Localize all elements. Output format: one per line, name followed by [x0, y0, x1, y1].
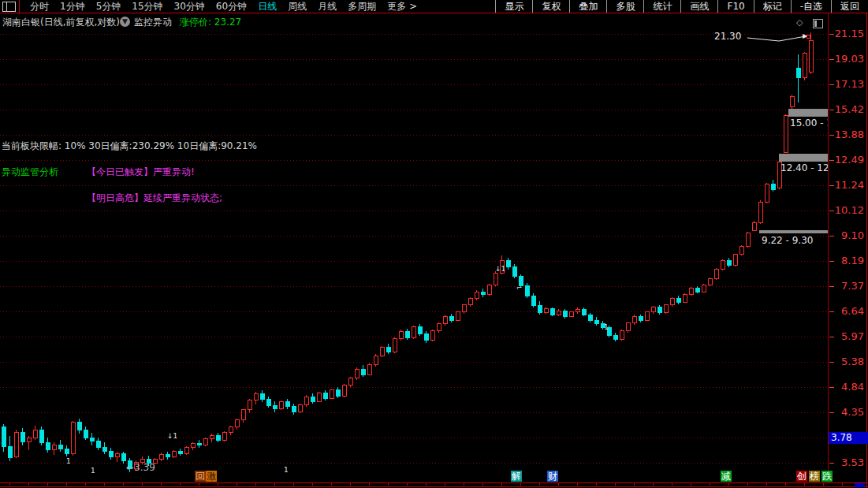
toolbar-button-多股[interactable]: 多股: [606, 0, 643, 13]
price-tick-10.12: 10.12: [829, 204, 864, 216]
price-tick-13.88: 13.88: [829, 129, 864, 140]
tab-多周期[interactable]: 多周期: [342, 0, 382, 13]
diamond-icon[interactable]: ◇: [796, 17, 803, 28]
price-tick-9.10: 9.10: [829, 229, 864, 241]
price-tick-12.49: 12.49: [829, 154, 864, 166]
period-menu: 分时1分钟5分钟15分钟30分钟60分钟日线周线月线多周期更多 >: [24, 0, 423, 13]
high-price-label: 21.30: [714, 31, 741, 42]
toolbar-button-统计[interactable]: 统计: [643, 0, 680, 13]
tab-日线[interactable]: 日线: [252, 0, 282, 13]
tab-周线[interactable]: 周线: [282, 0, 312, 13]
toolbar-divider: [19, 0, 20, 13]
alert-tomorrow: 【明日高危】延续严重异动状态;: [87, 192, 222, 205]
price-tick-17.13: 17.13: [829, 78, 864, 90]
toolbar-button-返回[interactable]: 返回: [831, 0, 868, 13]
analysis-title: 异动监管分析: [2, 166, 58, 179]
price-tick-8.19: 8.19: [829, 255, 864, 266]
board-limit-info: 当前板块限幅: 10% 30日偏离:230.29% 10日偏离:90.21%: [2, 140, 257, 153]
price-tick-21.15: 21.15: [829, 28, 864, 39]
top-toolbar: 分时1分钟5分钟15分钟30分钟60分钟日线周线月线多周期更多 > 显示复权叠加…: [0, 0, 868, 13]
alert-today: 【今日已触发】严重异动!: [87, 166, 195, 179]
toolbar-button--自选[interactable]: -自选: [791, 0, 831, 13]
toolbar-button-叠加[interactable]: 叠加: [569, 0, 606, 13]
event-badge-财[interactable]: 财: [547, 471, 558, 482]
signal-marker-1: 1: [91, 467, 95, 475]
price-tick-5.97: 5.97: [829, 330, 864, 342]
tab-30分钟[interactable]: 30分钟: [169, 0, 210, 13]
highlighted-price-tick: 3.78: [829, 432, 868, 444]
event-badge-减[interactable]: 减: [721, 471, 732, 482]
price-tick-4.84: 4.84: [829, 381, 864, 393]
tab-1分钟[interactable]: 1分钟: [54, 0, 91, 13]
trading-app-window: { "toolbar": { "menu_items": ["分时","1分钟"…: [0, 0, 868, 488]
toolbar-button-复权[interactable]: 复权: [532, 0, 569, 13]
signal-marker-6: 1: [604, 323, 609, 331]
signal-marker-4: ↓1: [495, 265, 505, 273]
event-badge-解[interactable]: 解: [511, 471, 522, 482]
price-tick-6.64: 6.64: [829, 305, 864, 317]
price-tick-7.37: 7.37: [829, 280, 864, 292]
toolbar-button-标记[interactable]: 标记: [754, 0, 791, 13]
toolbar-button-F10[interactable]: F10: [717, 0, 753, 13]
signal-marker-2: ↓1: [167, 432, 177, 440]
tab-分时[interactable]: 分时: [24, 0, 54, 13]
window-split-icon[interactable]: [2, 2, 16, 12]
gap-zone-label-2: 9.22 - 9.30: [762, 235, 828, 246]
price-tick-5.38: 5.38: [829, 356, 864, 367]
tab-60分钟[interactable]: 60分钟: [210, 0, 252, 13]
price-tick-19.03: 19.03: [829, 53, 864, 65]
price-tick-3.53: 3.53: [829, 456, 864, 468]
toolbar-button-画线[interactable]: 画线: [680, 0, 717, 13]
tab-5分钟[interactable]: 5分钟: [91, 0, 127, 13]
tab-更多 >[interactable]: 更多 >: [382, 0, 423, 13]
price-tick-11.24: 11.24: [829, 179, 864, 191]
event-badge-榜[interactable]: 榜: [809, 471, 820, 482]
price-tick-15.42: 15.42: [829, 103, 864, 115]
gap-zone-label-1: 12.40 - 12.: [780, 162, 828, 173]
gap-zone-label-0: 15.00 - 1: [790, 117, 828, 129]
candlestick-chart[interactable]: [0, 0, 868, 488]
signal-marker-0: 1: [66, 457, 71, 465]
low-price-label: ←3.39: [126, 462, 155, 473]
event-badge-回[interactable]: 回: [195, 471, 206, 482]
tab-月线[interactable]: 月线: [312, 0, 342, 13]
signal-marker-3: 1: [284, 466, 289, 474]
tab-15分钟[interactable]: 15分钟: [126, 0, 168, 13]
toolbar-buttons: 显示复权叠加多股统计画线F10标记-自选返回: [495, 0, 868, 13]
event-badge-创[interactable]: 创: [796, 471, 807, 482]
toolbar-button-显示[interactable]: 显示: [495, 0, 532, 13]
signal-marker-5: ⌐: [516, 284, 523, 292]
event-badge-跌[interactable]: 跌: [821, 471, 833, 482]
price-tick-4.35: 4.35: [829, 406, 864, 418]
event-badge-激[interactable]: 激: [206, 471, 217, 482]
